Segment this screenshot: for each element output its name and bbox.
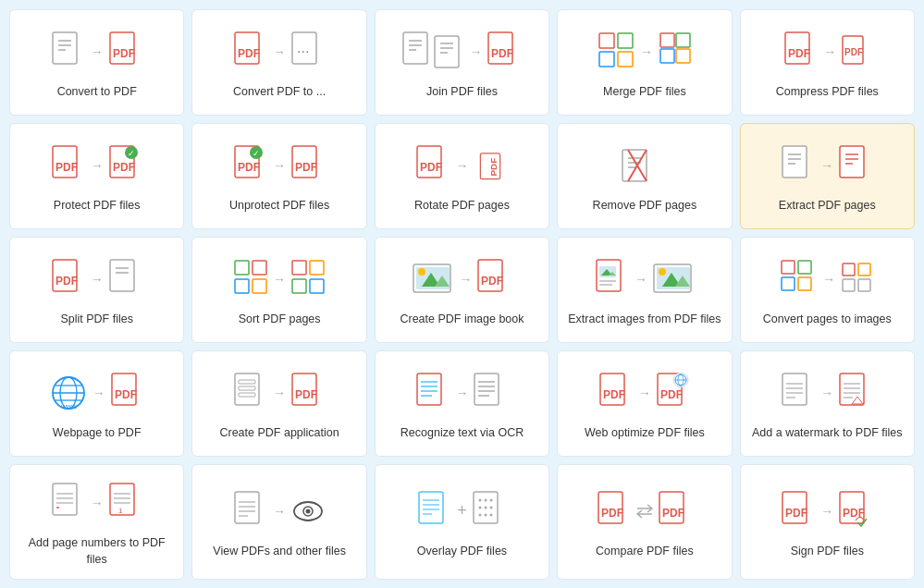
card-view-pdfs[interactable]: → View PDFs and other files [191,464,366,580]
card-icon-split-pdf: PDF → [52,254,142,304]
svg-text:PDF: PDF [113,161,135,174]
card-remove-pdf-pages[interactable]: Remove PDF pages [557,123,732,229]
card-label: Web optimize PDF files [585,425,705,442]
svg-rect-10 [403,32,427,64]
card-icon-unprotect-pdf: PDF✓ → PDF [234,141,325,190]
card-compare-pdf[interactable]: PDF PDF Compare PDF files [557,464,732,580]
svg-text:PDF: PDF [295,388,317,401]
card-convert-to-pdf[interactable]: → PDF Convert to PDF [9,9,184,116]
card-recognize-text-ocr[interactable]: → Recognize text via OCR [375,350,549,457]
svg-rect-26 [660,49,674,63]
card-label: Merge PDF files [603,84,686,101]
svg-rect-95 [782,277,795,290]
card-create-pdf-image-book[interactable]: → PDF Create PDF image book [375,237,549,343]
card-icon-convert-to-pdf: → PDF [52,27,142,77]
svg-text:PDF: PDF [788,47,810,60]
card-rotate-pdf[interactable]: PDF → PDF Rotate PDF pages [375,123,549,229]
card-convert-pdf-to[interactable]: PDF → ··· Convert PDF to ... [191,9,366,116]
svg-rect-21 [618,33,633,48]
card-icon-join-pdf: → PDF [402,27,521,77]
card-webpage-to-pdf[interactable]: www → PDF Webpage to PDF [9,350,184,457]
svg-text:PDF: PDF [488,158,499,177]
card-compress-pdf[interactable]: PDF → PDF Compress PDF files [740,9,915,116]
card-sort-pdf[interactable]: → Sort PDF pages [191,237,366,343]
svg-text:✓: ✓ [253,149,260,158]
card-label: Webpage to PDF [53,425,142,442]
svg-rect-93 [782,261,795,274]
svg-text:PDF: PDF [238,47,260,60]
card-add-page-numbers[interactable]: → 1 Add page numbers to PDF files [9,464,184,580]
card-icon-sign-pdf: PDF → PDF [782,486,872,536]
svg-point-79 [418,268,425,276]
svg-rect-74 [310,279,324,293]
svg-rect-25 [676,33,690,47]
card-label: Protect PDF files [54,198,141,214]
card-label: Remove PDF pages [593,198,697,214]
svg-text:PDF: PDF [420,161,442,174]
card-create-pdf-application[interactable]: → PDF Create PDF application [191,350,366,457]
svg-point-171 [478,506,481,508]
card-sign-pdf[interactable]: PDF → PDF Sign PDF files [740,464,915,580]
svg-text:PDF: PDF [491,47,513,60]
card-overlay-pdf[interactable]: + Overlay PDF files [375,464,549,580]
svg-rect-22 [599,52,614,67]
card-label: Compare PDF files [596,544,694,560]
card-icon-view-pdfs: → [234,486,325,536]
svg-point-176 [489,513,492,516]
svg-rect-98 [858,263,870,276]
card-label: Create PDF image book [400,312,524,328]
svg-point-172 [484,506,487,508]
svg-point-168 [478,498,481,501]
svg-rect-54 [782,146,807,178]
card-label: Extract PDF pages [779,198,876,214]
card-icon-convert-pdf-to: PDF → ··· [234,27,325,77]
svg-text:PDF: PDF [785,507,807,520]
card-icon-add-page-numbers: → 1 [52,478,142,528]
card-add-watermark[interactable]: → Add a watermark to PDF files [740,350,915,457]
svg-point-170 [489,498,492,501]
svg-rect-96 [798,277,811,290]
svg-text:PDF: PDF [662,507,684,520]
card-label: Unprotect PDF files [229,198,329,214]
card-merge-pdf[interactable]: → Merge PDF files [557,9,732,116]
svg-text:PDF: PDF [844,47,863,57]
card-icon-remove-pdf-pages [622,141,668,190]
card-split-pdf[interactable]: PDF → Split PDF files [9,237,184,343]
svg-text:PDF: PDF [113,47,135,60]
card-label: Rotate PDF pages [414,198,510,214]
svg-rect-133 [782,374,807,405]
svg-point-174 [478,513,481,516]
card-label: Convert PDF to ... [233,84,326,101]
card-extract-pdf-pages[interactable]: → Extract PDF pages [740,123,915,229]
svg-rect-0 [53,32,77,64]
card-icon-web-optimize-pdf: PDF → PDF [599,368,690,418]
card-label: Convert pages to images [763,312,892,328]
svg-rect-23 [618,52,633,67]
card-label: Overlay PDF files [417,544,507,560]
card-icon-rotate-pdf: PDF → PDF [416,141,507,190]
svg-rect-73 [292,279,306,293]
card-unprotect-pdf[interactable]: PDF✓ → PDF Unprotect PDF files [191,123,366,229]
svg-rect-97 [843,263,855,276]
card-icon-extract-images: → [596,254,694,304]
card-label: Add a watermark to PDF files [752,425,903,442]
card-web-optimize-pdf[interactable]: PDF → PDF Web optimize PDF files [557,350,732,457]
svg-rect-24 [660,33,674,47]
svg-text:PDF: PDF [115,388,137,401]
card-icon-extract-pdf-pages: → [782,141,872,190]
card-icon-create-pdf-application: → PDF [234,368,325,418]
card-extract-images[interactable]: → Extract images from PDF files [557,237,732,343]
card-icon-protect-pdf: PDF → PDF✓ [52,141,142,190]
svg-rect-72 [310,261,324,275]
svg-rect-64 [110,260,134,291]
card-join-pdf[interactable]: → PDF Join PDF files [375,9,549,116]
card-icon-compress-pdf: PDF → PDF [784,27,869,77]
svg-rect-70 [253,279,266,293]
card-convert-pages-images[interactable]: → Convert pages to images [740,237,915,343]
card-icon-create-pdf-image-book: → PDF [413,254,511,304]
svg-text:PDF: PDF [295,161,317,174]
card-icon-sort-pdf: → [234,254,325,304]
svg-text:PDF: PDF [601,507,623,520]
svg-rect-120 [474,374,499,405]
card-protect-pdf[interactable]: PDF → PDF✓ Protect PDF files [9,123,184,229]
